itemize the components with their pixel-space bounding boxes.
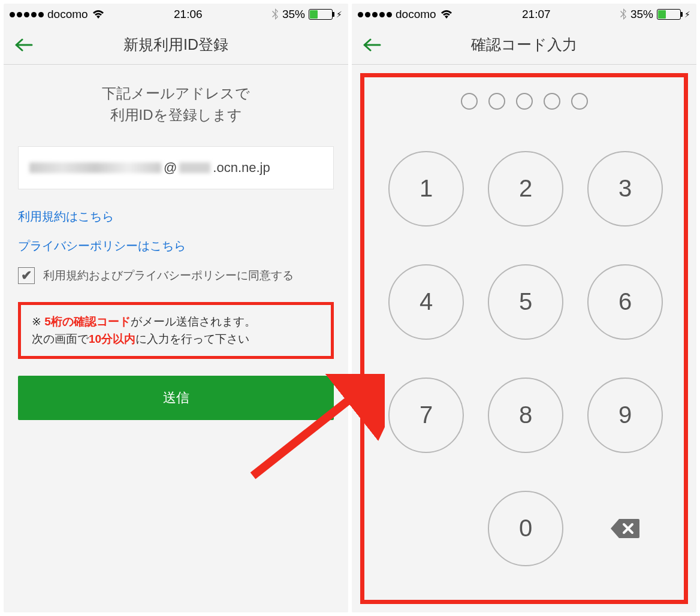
carrier-label: docomo: [396, 8, 436, 21]
key-9[interactable]: 9: [587, 367, 663, 463]
key-5[interactable]: 5: [488, 254, 563, 349]
email-host-redacted: [179, 162, 210, 173]
pin-indicator: [376, 93, 672, 110]
key-backspace[interactable]: [587, 481, 663, 576]
key-0[interactable]: 0: [488, 481, 563, 576]
agree-row[interactable]: ✔ 利用規約およびプライバシーポリシーに同意する: [18, 267, 334, 284]
terms-link[interactable]: 利用規約はこちら: [18, 209, 334, 225]
charging-icon: ⚡︎: [684, 10, 690, 19]
battery-icon: [309, 9, 333, 20]
agree-checkbox[interactable]: ✔: [18, 267, 35, 284]
numeric-keypad: 1 2 3 4 5 6 7 8 9 0: [376, 141, 672, 588]
email-local-redacted: [29, 162, 161, 173]
bluetooth-icon: [620, 8, 627, 20]
battery-percent: 35%: [630, 8, 653, 21]
highlight-box: 1 2 3 4 5 6 7 8 9 0: [360, 73, 688, 604]
notice-box: ※ 5桁の確認コードがメール送信されます。 次の画面で10分以内に入力を行って下…: [18, 302, 334, 359]
key-3[interactable]: 3: [587, 141, 663, 236]
code-entry-area: 1 2 3 4 5 6 7 8 9 0: [352, 65, 696, 612]
backspace-icon: [611, 518, 639, 539]
clock: 21:06: [174, 8, 203, 21]
carrier-label: docomo: [47, 8, 88, 21]
battery-icon: [657, 9, 681, 20]
submit-button[interactable]: 送信: [18, 376, 334, 420]
page-title: 確認コード入力: [352, 35, 696, 55]
key-7[interactable]: 7: [388, 367, 464, 463]
agree-label: 利用規約およびプライバシーポリシーに同意する: [43, 268, 294, 283]
heading: 下記メールアドレスで 利用IDを登録します: [18, 83, 334, 126]
signal-icon: [358, 12, 392, 17]
phone-right: docomo 21:07 35% ⚡︎ 確認コード入力 1: [352, 4, 696, 612]
key-6[interactable]: 6: [587, 254, 663, 349]
privacy-link[interactable]: プライバシーポリシーはこちら: [18, 238, 334, 254]
nav-bar: 確認コード入力: [352, 25, 696, 65]
content-area: 下記メールアドレスで 利用IDを登録します @ .ocn.ne.jp 利用規約は…: [4, 65, 348, 612]
phone-left: docomo 21:06 35% ⚡︎ 新規利用ID登録 下記メールアドレスで …: [4, 4, 348, 612]
bluetooth-icon: [271, 8, 279, 20]
page-title: 新規利用ID登録: [4, 35, 348, 55]
key-4[interactable]: 4: [388, 254, 464, 349]
status-bar: docomo 21:06 35% ⚡︎: [4, 4, 348, 25]
battery-percent: 35%: [282, 8, 305, 21]
wifi-icon: [440, 9, 453, 20]
signal-icon: [10, 12, 44, 17]
nav-bar: 新規利用ID登録: [4, 25, 348, 65]
clock: 21:07: [522, 8, 551, 21]
status-bar: docomo 21:07 35% ⚡︎: [352, 4, 696, 25]
key-2[interactable]: 2: [488, 141, 563, 236]
key-empty: [388, 481, 464, 576]
key-1[interactable]: 1: [388, 141, 464, 236]
charging-icon: ⚡︎: [336, 10, 342, 19]
email-field[interactable]: @ .ocn.ne.jp: [18, 146, 334, 189]
wifi-icon: [92, 9, 105, 20]
back-button[interactable]: [360, 33, 384, 57]
key-8[interactable]: 8: [488, 367, 563, 463]
back-button[interactable]: [12, 33, 36, 57]
